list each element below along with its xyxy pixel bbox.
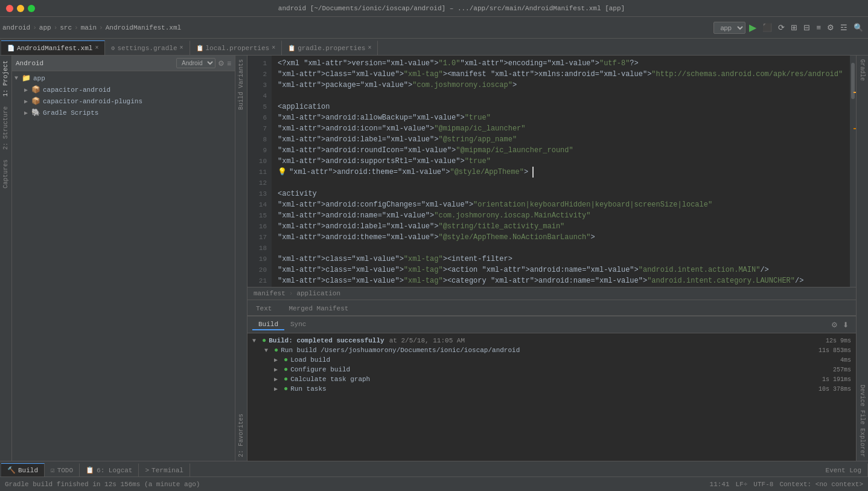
build-item-time-1: 4ms (840, 357, 851, 364)
code-line-12 (278, 178, 844, 188)
bottom-tab-build[interactable]: 🔨 Build (1, 463, 45, 477)
editor-tab-bar: 📄 AndroidManifest.xml × ⚙ settings.gradl… (0, 39, 868, 56)
project-panel-toggle[interactable]: 1: Project (1, 56, 10, 101)
expand-0[interactable]: ▼ (264, 347, 272, 354)
toolbar-btn-3[interactable]: ⊟ (801, 22, 812, 33)
tree-label-capacitor: capacitor-android (43, 86, 110, 94)
project-settings-btn[interactable]: ⚙ (218, 59, 225, 68)
breadcrumb-main: main (81, 24, 97, 31)
tab-text[interactable]: Text (247, 302, 280, 315)
code-content[interactable]: <?xml "xml-attr">version="xml-value">"1.… (272, 56, 850, 287)
toolbar-btn-1[interactable]: ⟳ (776, 22, 787, 33)
tree-item-capacitor[interactable]: ▶ 📦 capacitor-android (12, 84, 235, 95)
build-item-2[interactable]: ▶ ● Configure build 257ms (247, 365, 856, 374)
run-button[interactable]: ▶ (747, 21, 759, 34)
editor-bottom-tabs: Text Merged Manifest (247, 300, 856, 316)
scrollbar-marker-2 (854, 128, 856, 129)
build-panel: Build Sync ⚙ ⬇ ▼ ● Build: completed succ… (247, 316, 856, 461)
project-view-selector[interactable]: Android (176, 58, 215, 68)
build-tab-icon: 🔨 (7, 466, 16, 474)
build-item-0[interactable]: ▼ ● Run build /Users/joshuamorony/Docume… (247, 345, 856, 355)
build-status-icon: ● (262, 336, 266, 345)
toolbar-btn-2[interactable]: ⊞ (788, 22, 800, 33)
minimize-button[interactable] (17, 5, 24, 12)
tab-settings-gradle[interactable]: ⚙ settings.gradle × (105, 40, 190, 55)
project-gear-btn[interactable]: ≡ (227, 59, 231, 68)
build-tab[interactable]: Build (252, 319, 284, 330)
tree-arrow-gradle: ▶ (24, 109, 30, 117)
tab-gradle-properties[interactable]: 📋 gradle.properties × (282, 40, 378, 55)
structure-panel-toggle[interactable]: 2: Structure (1, 101, 10, 155)
expand-3[interactable]: ▶ (274, 376, 281, 383)
breadcrumb-manifest[interactable]: manifest (254, 290, 286, 297)
toolbar-btn-5[interactable]: ⚙ (825, 22, 837, 33)
bottom-tab-todo[interactable]: ☑ TODO (45, 463, 80, 477)
build-summary-row[interactable]: ▼ ● Build: completed successfully at 2/5… (247, 336, 856, 345)
terminal-tab-label: Terminal (152, 467, 183, 474)
main-content: 1: Project 2: Structure Captures Android… (0, 56, 868, 461)
sep4: › (99, 24, 103, 31)
bottom-tab-terminal[interactable]: > Terminal (139, 463, 190, 477)
maximize-button[interactable] (28, 5, 35, 12)
tab-close-settings[interactable]: × (180, 45, 183, 51)
build-tab-label: Build (18, 467, 38, 474)
scrollbar-thumb[interactable] (851, 63, 855, 99)
build-item-4[interactable]: ▶ ● Run tasks 10s 378ms (247, 384, 856, 394)
captures-toggle[interactable]: Captures (1, 155, 10, 193)
tree-icon-capacitor: 📦 (31, 85, 40, 94)
device-file-explorer-toggle[interactable]: Device File Explorer (858, 381, 867, 461)
build-item-time-3: 1s 191ms (822, 376, 851, 383)
bottom-bar: 🔨 Build ☑ TODO 📋 6: Logcat > Terminal Ev… (0, 461, 868, 477)
tab-androidmanifest[interactable]: 📄 AndroidManifest.xml × (1, 40, 105, 55)
build-item-label-0: Run build /Users/joshuamorony/Documents/… (281, 347, 520, 354)
bottom-tab-logcat[interactable]: 📋 6: Logcat (80, 463, 139, 477)
tab-icon-local: 📋 (196, 45, 203, 52)
tab-merged-manifest[interactable]: Merged Manifest (280, 302, 357, 315)
expand-1[interactable]: ▶ (274, 356, 281, 364)
code-line-13: <activity (278, 188, 844, 199)
build-item-1[interactable]: ▶ ● Load build 4ms (247, 355, 856, 365)
toolbar-btn-6[interactable]: ☲ (838, 22, 850, 33)
vertical-scrollbar[interactable] (850, 56, 856, 287)
favorites-toggle[interactable]: 2: Favorites (237, 410, 246, 461)
close-button[interactable] (6, 5, 13, 12)
item-status-icon-3: ● (284, 375, 288, 383)
build-download-btn[interactable]: ⬇ (840, 319, 851, 330)
status-encoding: UTF-8 (753, 481, 773, 488)
toolbar-btn-7[interactable]: 🔍 (851, 22, 866, 33)
build-item-label-3: Calculate task graph (290, 376, 370, 383)
window-controls (6, 5, 35, 12)
build-output: ▼ ● Build: completed successfully at 2/5… (247, 333, 856, 461)
bottom-tab-event-log[interactable]: Event Log (820, 463, 868, 477)
tree-item-gradle-scripts[interactable]: ▶ 🐘 Gradle Scripts (12, 107, 235, 118)
debug-button[interactable]: ⬛ (760, 22, 774, 33)
build-item-3[interactable]: ▶ ● Calculate task graph 1s 191ms (247, 374, 856, 384)
tab-local-properties[interactable]: 📋 local.properties × (190, 40, 282, 55)
sync-tab[interactable]: Sync (284, 319, 312, 330)
code-line-15: "xml-attr">android:name="xml-value">"com… (278, 210, 844, 221)
tab-close-local[interactable]: × (272, 45, 275, 51)
code-line-11: 💡 "xml-attr">android:theme="xml-value">"… (278, 167, 844, 178)
gradle-panel-toggle[interactable]: Gradle (858, 56, 867, 85)
tree-icon-gradle-scripts: 🐘 (31, 108, 40, 117)
tree-label-app: app (33, 75, 45, 82)
tab-close-gradle[interactable]: × (368, 45, 371, 51)
tree-item-capacitor-plugins[interactable]: ▶ 📦 capacitor-android-plugins (12, 95, 235, 107)
expand-2[interactable]: ▶ (274, 366, 281, 373)
build-settings-btn[interactable]: ⚙ (829, 319, 840, 330)
breadcrumb-application[interactable]: application (296, 290, 340, 297)
expand-4[interactable]: ▶ (274, 385, 281, 393)
code-line-9: "xml-attr">android:roundIcon="xml-value"… (278, 145, 844, 156)
todo-tab-label: TODO (57, 467, 73, 474)
window-title: android [~/Documents/ionic/ioscap/androi… (41, 5, 862, 12)
right-panel-strip: Gradle Device File Explorer (856, 56, 868, 461)
toolbar-btn-4[interactable]: ≡ (814, 22, 823, 33)
run-config-selector[interactable]: app (713, 22, 745, 34)
item-status-icon-4: ● (284, 385, 288, 393)
expand-build[interactable]: ▼ (252, 338, 260, 344)
tree-item-app[interactable]: ▼ 📁 app (12, 72, 235, 84)
tab-close-manifest[interactable]: × (95, 45, 98, 51)
build-variants-toggle[interactable]: Build Variants (237, 56, 246, 114)
code-editor[interactable]: 1234567891011121314151617181920212223242… (247, 56, 856, 287)
gutter-lightbulb[interactable]: 💡 (278, 167, 287, 178)
